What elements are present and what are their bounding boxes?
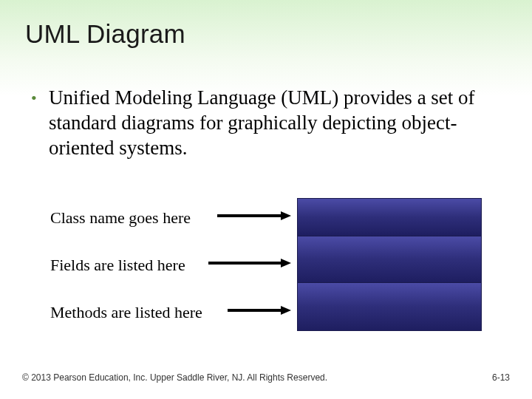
bullet-text: Unified Modeling Language (UML) provides… [49,86,504,160]
bullet-dot-icon: • [31,86,49,109]
label-methods: Methods are listed here [50,303,202,322]
footer-page-number: 6-13 [492,372,510,383]
label-fields: Fields are listed here [50,256,185,275]
uml-diagram: Class name goes here Fields are listed h… [44,198,488,346]
footer-copyright: © 2013 Pearson Education, Inc. Upper Sad… [22,372,327,383]
uml-class-box [297,198,482,331]
label-class-name: Class name goes here [50,208,191,228]
slide: UML Diagram • Unified Modeling Language … [0,0,532,399]
body-text: • Unified Modeling Language (UML) provid… [31,86,504,160]
uml-name-compartment [298,199,481,236]
bullet-item: • Unified Modeling Language (UML) provid… [31,86,504,160]
uml-fields-compartment [298,236,481,283]
uml-methods-compartment [298,283,481,330]
slide-title: UML Diagram [25,19,185,49]
